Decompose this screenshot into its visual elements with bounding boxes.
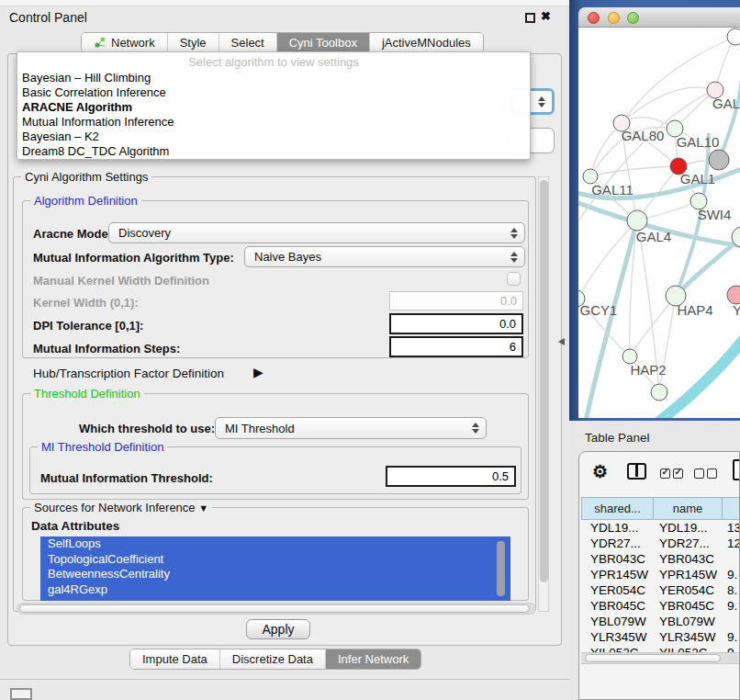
tab-select[interactable]: Select bbox=[219, 33, 276, 52]
divider bbox=[0, 679, 569, 680]
list-item[interactable]: BetweennessCentrality bbox=[40, 567, 510, 582]
stepper-icon bbox=[510, 252, 518, 263]
node-label: GAL1 bbox=[680, 171, 715, 186]
column-header[interactable]: name bbox=[653, 497, 723, 520]
group-title: Sources for Network Inference ▼ bbox=[30, 501, 212, 514]
list-scrollbar[interactable] bbox=[497, 541, 505, 596]
which-threshold-combobox[interactable]: MI Threshold bbox=[215, 417, 487, 439]
tab-jactivemnodules[interactable]: jActiveMNodules bbox=[369, 33, 483, 52]
node-label: GCY1 bbox=[580, 302, 618, 318]
node[interactable] bbox=[709, 150, 729, 170]
table-body: YDL19...YDL19...13 YDR27...YDR27...12 YB… bbox=[581, 520, 740, 652]
zoom-traffic-light-icon[interactable] bbox=[627, 12, 639, 24]
splitter-handle-icon[interactable] bbox=[558, 338, 565, 345]
application-window: Control Panel ✖ Network Style Select Cyn… bbox=[0, 0, 740, 700]
dropdown-item[interactable]: Basic Correlation Inference bbox=[17, 85, 530, 100]
mi-type-label: Mutual Information Algorithm Type: bbox=[33, 251, 234, 265]
mi-algorithm-type-combobox[interactable]: Naive Bayes bbox=[244, 246, 525, 267]
tab-cyni-toolbox[interactable]: Cyni Toolbox bbox=[276, 33, 369, 52]
dock-panel-icon[interactable] bbox=[10, 688, 32, 700]
node-label: GAL10 bbox=[677, 134, 720, 150]
data-attributes-list[interactable]: SelfLoops TopologicalCoefficient Between… bbox=[40, 536, 510, 601]
gear-icon[interactable]: ⚙ bbox=[592, 461, 608, 482]
table-panel: Table Panel ⚙ shared... name YDL19...YDL bbox=[569, 421, 740, 700]
node-label: GAL80 bbox=[622, 128, 665, 143]
control-panel-tabs: Network Style Select Cyni Toolbox jActiv… bbox=[81, 32, 484, 53]
node[interactable] bbox=[651, 384, 667, 401]
kernel-width-field[interactable]: 0.0 bbox=[389, 291, 523, 310]
data-attributes-label: Data Attributes bbox=[31, 519, 119, 533]
dropdown-item[interactable]: Mutual Information Inference bbox=[17, 115, 530, 130]
table-horizontal-scrollbar[interactable] bbox=[581, 652, 740, 664]
node-label: GAL11 bbox=[591, 182, 633, 198]
bottom-tabs: Impute Data Discretize Data Infer Networ… bbox=[129, 649, 421, 670]
mi-threshold-label: Mutual Information Threshold: bbox=[40, 471, 213, 485]
list-item[interactable]: SelfLoops bbox=[40, 536, 510, 552]
node-label: GAL4 bbox=[636, 229, 671, 244]
dropdown-item[interactable]: Bayesian – Hill Climbing bbox=[17, 71, 530, 85]
column-header[interactable] bbox=[722, 497, 740, 520]
table-subpanel: ⚙ shared... name YDL19...YDL19...13 bbox=[578, 451, 740, 700]
horizontal-scrollbar[interactable] bbox=[17, 603, 536, 615]
node-y[interactable] bbox=[727, 286, 740, 304]
group-title: Threshold Definition bbox=[30, 387, 144, 401]
float-window-icon[interactable] bbox=[525, 13, 535, 23]
stepper-icon bbox=[538, 96, 545, 107]
kernel-width-label: Kernel Width (0,1): bbox=[33, 296, 139, 310]
node-label: SWI4 bbox=[698, 207, 732, 222]
stepper-icon bbox=[472, 423, 479, 434]
node[interactable] bbox=[727, 28, 740, 45]
close-traffic-light-icon[interactable] bbox=[588, 12, 600, 24]
scrollbar-thumb[interactable] bbox=[19, 604, 530, 613]
close-icon[interactable]: ✖ bbox=[541, 9, 551, 23]
apply-button[interactable]: Apply bbox=[246, 619, 310, 639]
document-icon[interactable] bbox=[733, 459, 740, 480]
scrollbar-thumb[interactable] bbox=[585, 654, 721, 662]
manual-kernel-label: Manual Kernel Width Definition bbox=[33, 274, 209, 288]
network-graph: GAL GAL80 GAL10 GAL1 GAL11 SWI4 GAL4 GCY… bbox=[578, 28, 740, 418]
collapse-arrow-icon[interactable]: ▼ bbox=[198, 502, 208, 514]
algorithm-dropdown: Select algorithm to view settings Bayesi… bbox=[17, 51, 531, 160]
scrollbar-thumb[interactable] bbox=[540, 180, 548, 582]
window-top-strip bbox=[0, 0, 569, 6]
aracne-mode-combobox[interactable]: Discovery bbox=[108, 222, 525, 243]
vertical-scrollbar[interactable] bbox=[538, 176, 549, 612]
which-threshold-label: Which threshold to use: bbox=[79, 422, 215, 435]
dropdown-item[interactable]: Dream8 DC_TDC Algorithm bbox=[17, 144, 530, 159]
expand-arrow-icon[interactable]: ▶ bbox=[253, 365, 263, 379]
control-panel-title: Control Panel bbox=[9, 10, 87, 25]
dropdown-item-highlighted[interactable]: ARACNE Algorithm bbox=[17, 100, 530, 115]
deselect-all-checkboxes-icon[interactable] bbox=[694, 466, 720, 482]
network-view-canvas[interactable]: GAL GAL80 GAL10 GAL1 GAL11 SWI4 GAL4 GCY… bbox=[578, 28, 740, 418]
node-gal4[interactable] bbox=[627, 210, 647, 231]
tab-network[interactable]: Network bbox=[82, 33, 167, 52]
list-item[interactable]: TopologicalCoefficient bbox=[40, 552, 510, 568]
tab-infer-network[interactable]: Infer Network bbox=[325, 649, 420, 669]
minimize-traffic-light-icon[interactable] bbox=[608, 12, 620, 24]
network-window-titlebar[interactable] bbox=[578, 7, 740, 28]
manual-kernel-checkbox[interactable] bbox=[507, 272, 521, 286]
node-label: HAP2 bbox=[630, 362, 666, 378]
node-label: HAP4 bbox=[677, 302, 712, 318]
hub-definition-label[interactable]: Hub/Transcription Factor Definition bbox=[33, 367, 224, 380]
dropdown-prompt: Select algorithm to view settings bbox=[17, 52, 530, 71]
group-title: Cyni Algorithm Settings bbox=[21, 170, 151, 184]
network-icon bbox=[94, 37, 107, 49]
node-labels: GAL GAL80 GAL10 GAL1 GAL11 SWI4 GAL4 GCY… bbox=[580, 96, 740, 378]
tab-discretize-data[interactable]: Discretize Data bbox=[219, 649, 325, 669]
list-item[interactable]: gal4RGexp bbox=[40, 582, 510, 598]
column-header[interactable]: shared... bbox=[581, 497, 654, 520]
dropdown-item[interactable]: Bayesian – K2 bbox=[17, 130, 530, 144]
stepper-icon bbox=[510, 228, 518, 239]
mi-threshold-field[interactable]: 0.5 bbox=[386, 466, 516, 487]
aracne-mode-label: Aracne Mode: bbox=[33, 227, 112, 241]
mi-steps-label: Mutual Information Steps: bbox=[33, 342, 180, 356]
dpi-tolerance-field[interactable]: 0.0 bbox=[389, 313, 523, 334]
select-all-checkboxes-icon[interactable] bbox=[660, 466, 686, 482]
columns-icon[interactable] bbox=[627, 463, 646, 480]
tab-style[interactable]: Style bbox=[167, 33, 219, 52]
node-label: GAL bbox=[712, 96, 740, 111]
tab-impute-data[interactable]: Impute Data bbox=[130, 649, 219, 669]
mi-steps-field[interactable]: 6 bbox=[389, 336, 523, 357]
table-panel-title: Table Panel bbox=[585, 431, 650, 445]
